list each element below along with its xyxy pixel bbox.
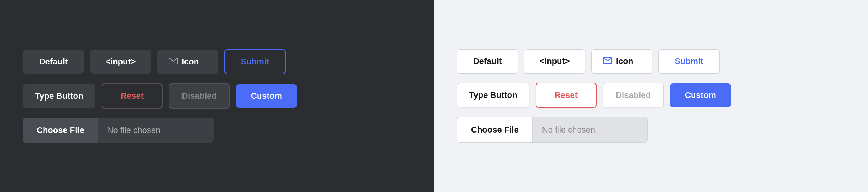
dark-panel: Default <input> Icon Submit Type Button … (0, 0, 434, 192)
dark-typebutton-button[interactable]: Type Button (23, 84, 95, 108)
light-no-file-label: No file chosen (533, 117, 604, 142)
dark-icon-button[interactable]: Icon (157, 50, 218, 74)
light-choose-file-button[interactable]: Choose File (457, 117, 533, 142)
light-row-2: Type Button Reset Disabled Custom (457, 83, 731, 108)
light-file-input[interactable]: Choose File No file chosen (457, 117, 648, 143)
dark-default-button[interactable]: Default (23, 50, 84, 74)
light-custom-button[interactable]: Custom (670, 83, 731, 107)
light-default-button[interactable]: Default (457, 49, 518, 74)
dark-custom-button[interactable]: Custom (236, 84, 297, 108)
dark-icon-button-label: Icon (182, 57, 199, 67)
dark-row-1: Default <input> Icon Submit (23, 49, 286, 74)
light-row-3: Choose File No file chosen (457, 117, 648, 143)
dark-file-input[interactable]: Choose File No file chosen (23, 118, 214, 143)
light-input-button[interactable]: <input> (524, 49, 585, 74)
dark-input-button[interactable]: <input> (90, 50, 151, 74)
light-submit-button[interactable]: Submit (658, 49, 720, 74)
dark-choose-file-button[interactable]: Choose File (23, 118, 98, 143)
dark-disabled-button: Disabled (169, 83, 230, 109)
mail-icon (169, 57, 178, 67)
dark-reset-button[interactable]: Reset (102, 83, 163, 109)
dark-submit-button[interactable]: Submit (224, 49, 286, 74)
light-panel: Default <input> Icon Submit Type Button … (434, 0, 868, 192)
light-typebutton-button[interactable]: Type Button (457, 83, 529, 107)
dark-no-file-label: No file chosen (98, 118, 169, 143)
light-icon-button-label: Icon (616, 56, 633, 66)
dark-row-3: Choose File No file chosen (23, 118, 214, 143)
mail-icon-light (603, 56, 612, 66)
dark-row-2: Type Button Reset Disabled Custom (23, 83, 297, 109)
light-reset-button[interactable]: Reset (536, 83, 597, 108)
light-icon-button[interactable]: Icon (591, 49, 652, 74)
light-disabled-button: Disabled (603, 83, 664, 107)
light-row-1: Default <input> Icon Submit (457, 49, 720, 74)
